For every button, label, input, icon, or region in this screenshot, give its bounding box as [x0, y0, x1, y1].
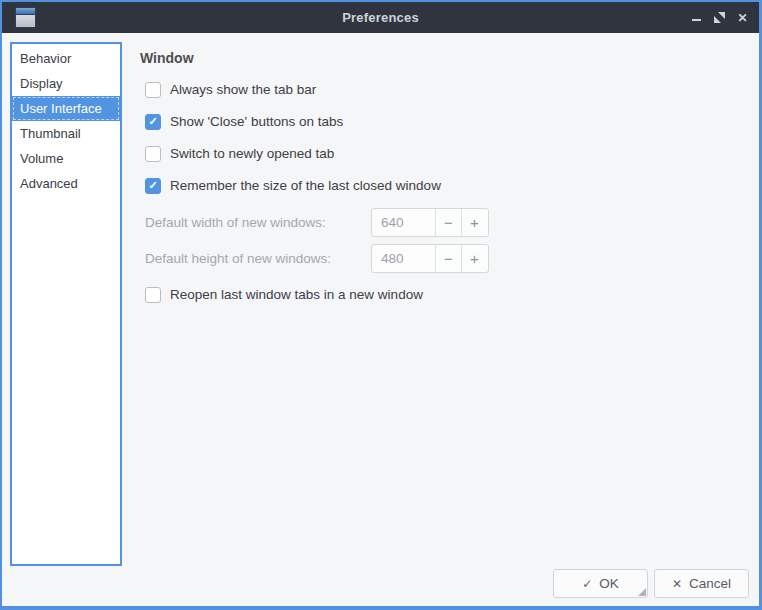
sidebar-item-volume[interactable]: Volume — [12, 146, 120, 171]
preferences-window: Preferences ✕ Behavior Display User Inte… — [0, 0, 762, 610]
checkbox-switch-to-new-tab[interactable]: ✓ — [145, 146, 161, 162]
check-icon: ✓ — [582, 578, 592, 590]
default-button-marker — [638, 588, 646, 596]
default-width-spinbox: 640 − + — [371, 208, 489, 237]
restore-icon — [714, 12, 725, 23]
minimize-icon — [692, 19, 701, 21]
height-increment-button[interactable]: + — [461, 245, 487, 272]
checkbox-reopen-last-tabs[interactable]: ✓ — [145, 287, 161, 303]
default-width-label: Default width of new windows: — [145, 208, 326, 237]
section-heading: Window — [140, 50, 194, 66]
checkbox-row-close-buttons: ✓ Show 'Close' buttons on tabs — [145, 113, 343, 130]
width-increment-button[interactable]: + — [461, 209, 487, 236]
sidebar-item-thumbnail[interactable]: Thumbnail — [12, 121, 120, 146]
default-height-input[interactable]: 480 — [372, 245, 435, 272]
titlebar: Preferences ✕ — [2, 2, 759, 33]
window-title: Preferences — [2, 10, 759, 25]
window-icon — [15, 7, 36, 28]
sidebar-item-user-interface[interactable]: User Interface — [12, 96, 120, 121]
checkbox-label: Switch to newly opened tab — [170, 146, 334, 161]
ok-button[interactable]: ✓ OK — [553, 569, 648, 598]
checkbox-row-tab-bar: ✓ Always show the tab bar — [145, 81, 316, 98]
checkbox-row-switch-tab: ✓ Switch to newly opened tab — [145, 145, 334, 162]
checkbox-label: Remember the size of the last closed win… — [170, 178, 441, 193]
cross-icon: ✕ — [672, 578, 682, 590]
default-height-label: Default height of new windows: — [145, 244, 331, 273]
cancel-button[interactable]: ✕ Cancel — [654, 569, 749, 598]
check-icon: ✓ — [148, 180, 157, 191]
checkbox-label: Reopen last window tabs in a new window — [170, 287, 423, 302]
checkbox-show-close-buttons[interactable]: ✓ — [145, 114, 161, 130]
height-decrement-button[interactable]: − — [435, 245, 461, 272]
category-list: Behavior Display User Interface Thumbnai… — [10, 42, 122, 566]
width-decrement-button[interactable]: − — [435, 209, 461, 236]
titlebar-controls: ✕ — [688, 2, 751, 33]
checkbox-row-reopen-tabs: ✓ Reopen last window tabs in a new windo… — [145, 286, 423, 303]
sidebar-item-display[interactable]: Display — [12, 71, 120, 96]
default-width-input[interactable]: 640 — [372, 209, 435, 236]
sidebar-item-advanced[interactable]: Advanced — [12, 171, 120, 196]
restore-button[interactable] — [711, 9, 728, 26]
cancel-button-label: Cancel — [689, 576, 731, 591]
checkbox-remember-window-size[interactable]: ✓ — [145, 178, 161, 194]
check-icon: ✓ — [148, 116, 157, 127]
default-height-spinbox: 480 − + — [371, 244, 489, 273]
checkbox-label: Always show the tab bar — [170, 82, 316, 97]
close-icon: ✕ — [737, 12, 747, 24]
sidebar-item-behavior[interactable]: Behavior — [12, 46, 120, 71]
ok-button-label: OK — [599, 576, 619, 591]
minimize-button[interactable] — [688, 9, 705, 26]
checkbox-row-remember-size: ✓ Remember the size of the last closed w… — [145, 177, 441, 194]
close-button[interactable]: ✕ — [734, 9, 751, 26]
checkbox-label: Show 'Close' buttons on tabs — [170, 114, 343, 129]
checkbox-always-show-tab-bar[interactable]: ✓ — [145, 82, 161, 98]
